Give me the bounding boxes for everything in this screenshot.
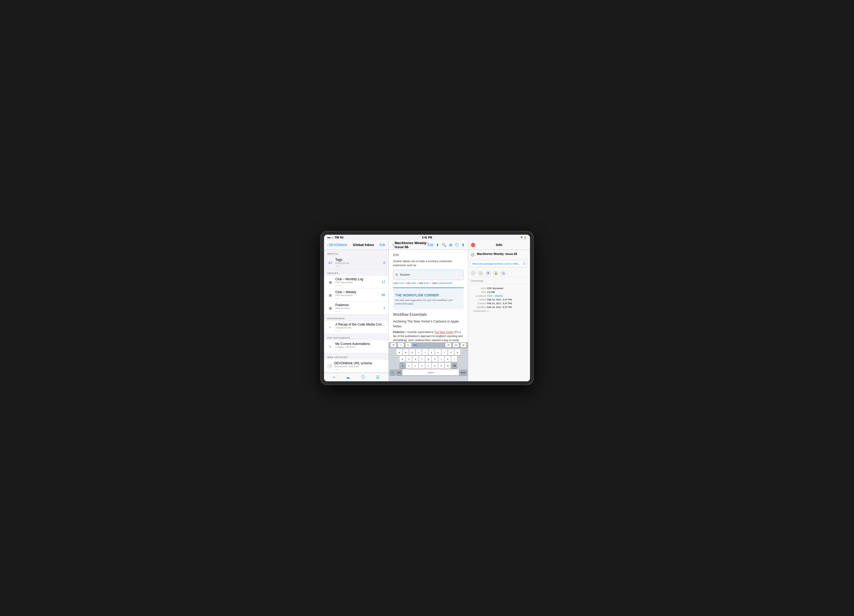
- sidebar-item-pdf[interactable]: ⚙ My Current Automations 6 pages, 258.9 …: [324, 340, 389, 353]
- info-comments-label: Comments: [470, 280, 528, 284]
- key-t[interactable]: t: [422, 349, 428, 355]
- key-123-bottom[interactable]: 123: [396, 370, 402, 376]
- tags-item-count: 0: [383, 261, 385, 265]
- sidebar-title: Global Inbox: [353, 243, 374, 247]
- meta-size-row: Size 2.6 MB: [470, 291, 528, 294]
- devonthink-back-label: DEVONthink: [329, 243, 347, 247]
- sidebar-back-button[interactable]: ‹ DEVONthink: [327, 243, 347, 247]
- pdf-subtitle: 6 pages, 258.9 KB: [336, 346, 385, 348]
- group-icon-monthly: ▣: [327, 279, 333, 285]
- sidebar-edit-button[interactable]: Edit: [380, 243, 385, 247]
- key-shift[interactable]: ⇧: [400, 363, 406, 369]
- key-q[interactable]: q: [396, 349, 402, 355]
- list-button[interactable]: ☰: [376, 375, 380, 379]
- sidebar-item-club-monthly[interactable]: ▣ Club – Monthly Log PDF documents ● ● ●…: [324, 276, 389, 289]
- key-v[interactable]: v: [425, 363, 431, 369]
- key-h[interactable]: h: [432, 356, 438, 362]
- pokemon-body: Pokémon Web archives ● ● ●: [336, 303, 382, 313]
- key-r[interactable]: r: [416, 349, 422, 355]
- group-icon-pokemon: ▣: [327, 305, 333, 311]
- info-footer-button[interactable]: ⓘ: [361, 375, 365, 380]
- key-l[interactable]: l: [451, 356, 457, 362]
- to-eur: ) to: [443, 282, 447, 284]
- sidebar-item-tags[interactable]: 🏷 Tags Empty group ● ● ● 0: [324, 256, 389, 269]
- devonthink-url-subtitle: Web archive, 659.5 KB: [334, 365, 385, 368]
- key-n[interactable]: n: [438, 363, 444, 369]
- meta-created-label: Created: [470, 302, 486, 305]
- sidebar-item-devonthink-url[interactable]: ⬜ DEVONthink URL scheme Web archive, 659…: [324, 360, 389, 373]
- group-icon-weekly: ▣: [327, 292, 333, 298]
- info-close-button[interactable]: ×: [471, 243, 475, 247]
- key-e[interactable]: e: [409, 349, 415, 355]
- kb-emoji-button[interactable]: 😊: [461, 343, 467, 347]
- export-icon[interactable]: ⬆: [462, 243, 465, 247]
- club-monthly-title: Club – Monthly Log: [336, 277, 380, 281]
- key-z[interactable]: z: [406, 363, 412, 369]
- info-lock-button[interactable]: 🔒: [493, 271, 499, 276]
- key-g[interactable]: g: [425, 356, 431, 362]
- tags-item-title: Tags: [336, 258, 382, 262]
- key-b[interactable]: b: [432, 363, 438, 369]
- key-u[interactable]: u: [435, 349, 441, 355]
- meta-modified-value: Feb 10, 2017, 5:37 PM: [487, 306, 512, 309]
- kb-biu-button[interactable]: BIU: [406, 343, 411, 347]
- doc-toolbar-actions: Edit ⬆ 🔍 ⊞ ⓘ ⬆: [427, 242, 465, 247]
- info-clip-button[interactable]: 📎: [500, 271, 506, 276]
- sidebar-item-club-weekly[interactable]: ▣ Club – Weekly PDF documents ● ● ● 66: [324, 289, 389, 301]
- info-panel-title: Info: [496, 243, 502, 247]
- doc-info-icon[interactable]: ⓘ: [455, 242, 459, 247]
- tags-item-subtitle: Empty group: [336, 262, 382, 264]
- bookmark-body: A Recap of the Code Media Conference... …: [336, 322, 385, 332]
- info-url-go-button[interactable]: ⓘ: [523, 262, 526, 266]
- bookmark-dots: ● ● ●: [336, 330, 385, 332]
- kb-mic-button[interactable]: 🎤: [445, 343, 451, 347]
- key-s[interactable]: s: [406, 356, 412, 362]
- key-k[interactable]: k: [445, 356, 451, 362]
- key-o[interactable]: o: [448, 349, 454, 355]
- key-globe[interactable]: 🌐: [389, 370, 395, 376]
- key-j[interactable]: j: [438, 356, 444, 362]
- key-c[interactable]: c: [419, 363, 425, 369]
- add-item-button[interactable]: +: [333, 375, 335, 379]
- info-action-icons-row: ··· — ⚑ 🔒 📎: [470, 269, 528, 277]
- workflow-essentials-title: Workflow Essentials: [393, 312, 464, 318]
- info-panel-header: × Info: [468, 240, 530, 250]
- status-time: 3:41 PM: [422, 236, 432, 239]
- grid-icon[interactable]: ⊞: [449, 243, 452, 247]
- key-p[interactable]: p: [454, 349, 461, 355]
- key-i[interactable]: i: [442, 349, 447, 355]
- meta-geolocation-value: --: [487, 310, 489, 312]
- info-minus-button[interactable]: —: [478, 271, 483, 276]
- key-y[interactable]: y: [429, 349, 435, 355]
- devonthink-url-title: DEVONthink URL scheme: [334, 361, 385, 365]
- bookmark-icon: ⊘: [327, 324, 333, 330]
- key-a[interactable]: a: [400, 356, 406, 362]
- doc-edit-button[interactable]: Edit: [427, 243, 433, 247]
- share-icon[interactable]: ⬆: [436, 243, 439, 247]
- newyorker-link[interactable]: The New Yorker: [434, 331, 453, 334]
- back-chevron-icon: ‹: [327, 243, 328, 247]
- info-more-button[interactable]: ···: [470, 271, 476, 276]
- kb-cut-button[interactable]: ✂: [398, 343, 404, 347]
- key-f[interactable]: f: [419, 356, 425, 362]
- pdf-body: My Current Automations 6 pages, 258.9 KB…: [336, 342, 385, 351]
- sidebar-item-bookmark[interactable]: ⊘ A Recap of the Code Media Conference..…: [324, 321, 389, 334]
- key-w[interactable]: w: [403, 349, 409, 355]
- soulver-app-card: ≡ Soulver: [393, 269, 464, 280]
- info-flag-button[interactable]: ⚑: [485, 271, 491, 276]
- kb-cmd-button[interactable]: ⌘: [390, 343, 396, 347]
- kb-123-button[interactable]: 123: [453, 343, 459, 347]
- collapse-icon[interactable]: ⤡: [392, 243, 395, 247]
- key-m[interactable]: m: [445, 363, 451, 369]
- meta-size-value: 2.6 MB: [487, 291, 495, 294]
- keyboard-row-4: 🌐 123 space return: [389, 370, 467, 376]
- key-delete[interactable]: ⌫: [451, 363, 457, 369]
- key-space[interactable]: space: [403, 370, 459, 376]
- status-left: ●●○○ TIM 4G: [327, 236, 343, 239]
- key-return[interactable]: return: [459, 370, 467, 376]
- key-x[interactable]: x: [412, 363, 418, 369]
- sidebar-item-pokemon[interactable]: ▣ Pokémon Web archives ● ● ● 1: [324, 301, 389, 315]
- search-icon[interactable]: 🔍: [442, 243, 447, 247]
- key-d[interactable]: d: [412, 356, 418, 362]
- sync-button[interactable]: ☁: [346, 375, 350, 379]
